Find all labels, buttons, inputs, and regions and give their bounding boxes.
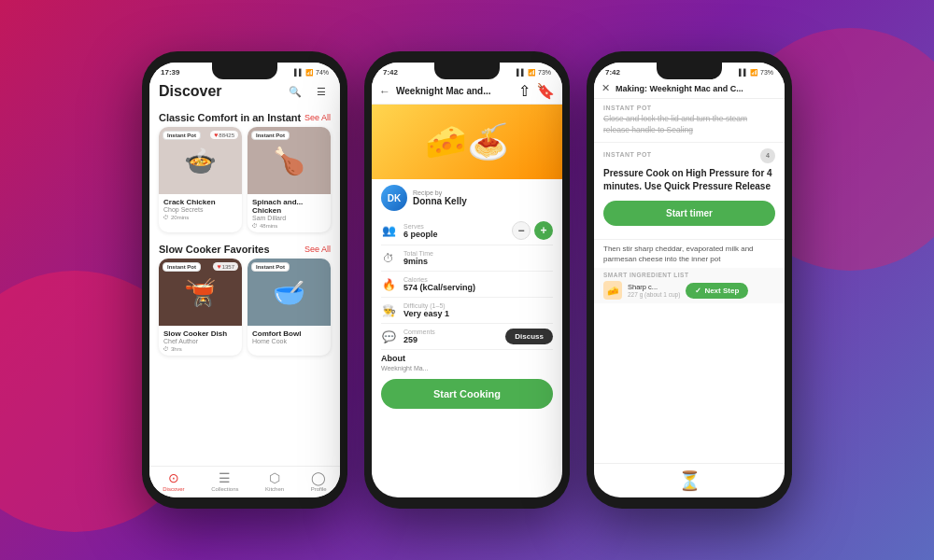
difficulty-icon: 👨‍🍳 — [381, 304, 396, 317]
back-button[interactable]: ← — [379, 85, 390, 98]
recipe-grid-2: 🫕 Instant Pot ♥ 1357 Slow Cooker Dish Ch… — [149, 259, 340, 361]
nav-discover[interactable]: ⊙ Discover — [163, 470, 184, 492]
recipe-card-crack-chicken[interactable]: 🍲 Instant Pot ♥ 88425 Crack Chicken Chop… — [159, 127, 242, 232]
time-2: 7:42 — [383, 68, 398, 77]
recipe-header-icons: ⇧ 🔖 — [518, 82, 555, 100]
comments-value: 259 — [403, 335, 435, 344]
screen-recipe: 7:42 ▌▌ 📶 73% ← Weeknight Mac and... ⇧ 🔖… — [372, 63, 562, 497]
wifi-1: 📶 — [305, 69, 314, 77]
recipe-like-1: ♥ 88425 — [210, 131, 238, 139]
time-icon: ⏱ — [381, 252, 396, 265]
increase-serves-button[interactable]: + — [534, 221, 553, 240]
cooking-content: INSTANT POT Close and lock the lid and t… — [594, 99, 785, 463]
next-step-button[interactable]: ✓ Next Step — [686, 283, 748, 299]
next-step-text: Then stir sharp cheddar, evaporated milk… — [594, 239, 785, 268]
discuss-button[interactable]: Discuss — [505, 329, 553, 344]
bottom-nav: ⊙ Discover ☰ Collections ⬡ Kitchen ◯ Pro… — [149, 466, 340, 497]
heart-icon-3: ♥ — [217, 263, 220, 270]
section1-see-all[interactable]: See All — [304, 113, 331, 122]
recipe-time-2: ⏱ 48mins — [252, 223, 326, 229]
collections-nav-icon: ☰ — [219, 470, 231, 485]
section2-title: Slow Cooker Favorites — [159, 244, 270, 255]
calories-value: 574 (kCal/serving) — [403, 283, 475, 292]
recipe-badge-1: Instant Pot — [163, 131, 201, 140]
calories-info: Calories 574 (kCal/serving) — [403, 276, 475, 292]
recipe-author-2: Sam Dillard — [252, 215, 326, 221]
discover-header-icons: 🔍 ☰ — [286, 82, 331, 101]
time-row: ⏱ Total Time 9mins — [381, 245, 553, 272]
like-count-3: 1357 — [222, 264, 234, 270]
recipe-meta: 👥 Serves 6 people − + ⏱ Total Time 9mins — [372, 217, 562, 350]
serves-info: Serves 6 people — [403, 223, 438, 239]
heart-icon-1: ♥ — [214, 132, 218, 138]
recipe-info-2: Spinach and... Chicken Sam Dillard ⏱ 48m… — [248, 194, 331, 232]
nav-kitchen-label: Kitchen — [265, 486, 284, 492]
screen-cooking: 7:42 ▌▌ 📶 73% ✕ Making: Weeknight Mac an… — [594, 63, 785, 497]
recipe-card-spinach[interactable]: 🍗 Instant Pot Spinach and... Chicken Sam… — [248, 127, 331, 232]
difficulty-info: Difficulty (1–5) Very easy 1 — [403, 302, 449, 318]
status-icons-3: ▌▌ 📶 73% — [739, 69, 773, 77]
cooking-title: Making: Weeknight Mac and C... — [616, 84, 777, 93]
phone-recipe-detail: 7:42 ▌▌ 📶 73% ← Weeknight Mac and... ⇧ 🔖… — [364, 51, 570, 509]
recipe-img-3: 🫕 Instant Pot ♥ 1357 — [159, 259, 242, 326]
close-button[interactable]: ✕ — [601, 82, 610, 94]
share-icon[interactable]: ⇧ — [518, 82, 531, 100]
time-info: Total Time 9mins — [403, 250, 433, 266]
recipe-card-slow1[interactable]: 🫕 Instant Pot ♥ 1357 Slow Cooker Dish Ch… — [159, 259, 242, 356]
section1-header: Classic Comfort in an Instant See All — [149, 106, 340, 127]
search-icon[interactable]: 🔍 — [286, 82, 304, 101]
serves-controls: − + — [512, 221, 553, 240]
discover-title: Discover — [159, 83, 222, 100]
recipe-info-1: Crack Chicken Chop Secrets ⏱ 20mins — [159, 194, 242, 224]
difficulty-row: 👨‍🍳 Difficulty (1–5) Very easy 1 — [381, 298, 553, 324]
bookmark-icon[interactable]: 🔖 — [536, 82, 555, 100]
discover-header: Discover 🔍 ☰ — [149, 78, 340, 106]
recipe-badge-3: Instant Pot — [163, 262, 201, 272]
nav-profile[interactable]: ◯ Profile — [311, 470, 327, 492]
recipe-time-1: ⏱ 20mins — [163, 215, 237, 220]
nav-kitchen[interactable]: ⬡ Kitchen — [265, 470, 284, 492]
decrease-serves-button[interactable]: − — [512, 221, 531, 240]
author-row: DK Recipe by Donna Kelly — [372, 179, 562, 217]
signal-1: ▌▌ — [294, 69, 304, 76]
notch-2 — [434, 63, 500, 79]
battery-2: 73% — [538, 69, 551, 76]
difficulty-label: Difficulty (1–5) — [403, 302, 449, 309]
notch-3 — [657, 63, 722, 79]
inspired-text: Weeknight Ma... — [372, 363, 562, 373]
notch-1 — [212, 63, 277, 79]
start-timer-button[interactable]: Start timer — [603, 201, 775, 226]
serves-value: 6 people — [403, 230, 438, 239]
hourglass-icon[interactable]: ⏳ — [678, 469, 701, 492]
section2-see-all[interactable]: See All — [304, 245, 331, 254]
recipe-name-1: Crack Chicken — [163, 198, 237, 206]
calories-icon: 🔥 — [381, 278, 396, 291]
nav-collections-label: Collections — [211, 486, 238, 492]
ingredient-info: Sharp c... 227 g (about 1 cup) — [628, 283, 680, 298]
phone-cooking-mode: 7:42 ▌▌ 📶 73% ✕ Making: Weeknight Mac an… — [587, 51, 792, 509]
recipe-info-3: Slow Cooker Dish Chef Author ⏱ 3hrs — [159, 326, 242, 356]
recipe-card-slow2[interactable]: 🥣 Instant Pot Comfort Bowl Home Cook — [248, 259, 331, 356]
nav-collections[interactable]: ☰ Collections — [211, 470, 238, 492]
serves-label: Serves — [403, 223, 438, 230]
recipe-badge-4: Instant Pot — [251, 262, 290, 272]
nav-profile-label: Profile — [311, 486, 327, 492]
ingredient-icon: 🧀 — [603, 281, 622, 300]
recipe-hero-image: 🧀🍝 — [372, 105, 562, 179]
time-1: 17:39 — [161, 68, 179, 77]
start-cooking-button[interactable]: Start Cooking — [381, 379, 553, 409]
active-step-text: Pressure Cook on High Pressure for 4 min… — [603, 167, 775, 193]
ingredient-amount: 227 g (about 1 cup) — [628, 291, 680, 298]
phone-discover: 17:39 ▌▌ 📶 74% Discover 🔍 ☰ Classic Comf… — [142, 51, 347, 509]
calories-label: Calories — [403, 276, 475, 283]
active-step-label: INSTANT POT — [603, 151, 652, 158]
status-icons-2: ▌▌ 📶 73% — [517, 69, 551, 77]
recipe-detail-title: Weeknight Mac and... — [396, 86, 513, 96]
completed-step-label: INSTANT POT — [603, 105, 652, 111]
battery-1: 74% — [316, 69, 329, 76]
phones-row: 17:39 ▌▌ 📶 74% Discover 🔍 ☰ Classic Comf… — [142, 51, 792, 509]
menu-icon[interactable]: ☰ — [312, 82, 331, 101]
recipe-by-label: Recipe by — [413, 189, 467, 196]
step-number-badge: 4 — [760, 148, 775, 163]
ingredient-row: 🧀 Sharp c... 227 g (about 1 cup) ✓ Next … — [603, 281, 775, 300]
